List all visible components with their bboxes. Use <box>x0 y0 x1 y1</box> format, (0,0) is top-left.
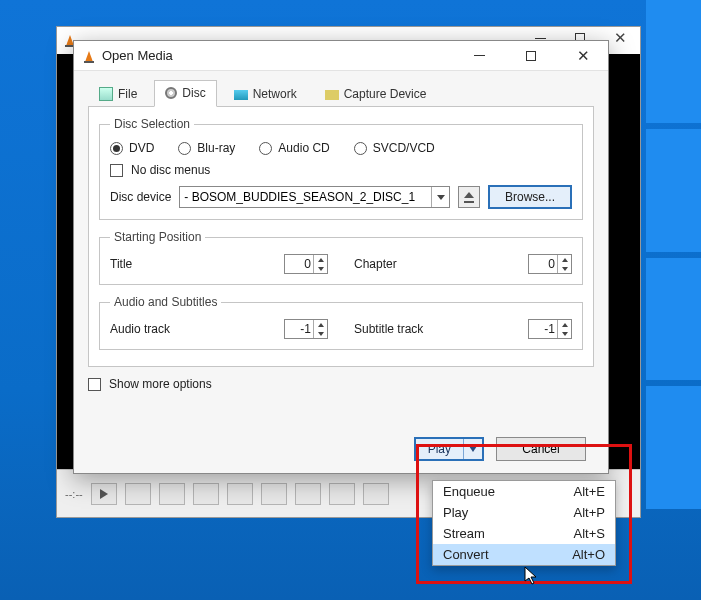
radio-audiocd-label: Audio CD <box>278 141 329 155</box>
audio-track-label: Audio track <box>110 322 230 336</box>
checkbox-show-more-options[interactable] <box>88 378 101 391</box>
shuffle-button[interactable] <box>363 483 389 505</box>
menu-item-shortcut: Alt+O <box>572 547 605 562</box>
playlist-button[interactable] <box>295 483 321 505</box>
play-icon <box>100 489 108 499</box>
radio-svcd-label: SVCD/VCD <box>373 141 435 155</box>
title-spinner[interactable]: 0 <box>284 254 328 274</box>
radio-svcd-vcd[interactable]: SVCD/VCD <box>354 141 435 155</box>
tab-disc[interactable]: Disc <box>154 80 216 107</box>
title-label: Title <box>110 257 230 271</box>
menu-item-label: Convert <box>443 547 489 562</box>
audio-subtitles-group: Audio and Subtitles Audio track -1 Subti… <box>99 295 583 350</box>
cancel-button[interactable]: Cancel <box>496 437 586 461</box>
tab-capture-device[interactable]: Capture Device <box>314 81 438 107</box>
radio-icon <box>178 142 191 155</box>
tab-disc-label: Disc <box>182 86 205 100</box>
starting-position-legend: Starting Position <box>110 230 205 244</box>
disc-selection-legend: Disc Selection <box>110 117 194 131</box>
file-icon <box>99 87 113 101</box>
play-split-button[interactable]: Play <box>414 437 484 461</box>
chapter-label: Chapter <box>354 257 474 271</box>
open-media-dialog: Open Media ✕ File Disc Network Capture D… <box>73 40 609 474</box>
menu-item-label: Enqueue <box>443 484 495 499</box>
menu-item-label: Stream <box>443 526 485 541</box>
capture-device-icon <box>325 90 339 100</box>
radio-bluray-label: Blu-ray <box>197 141 235 155</box>
audio-track-spinner[interactable]: -1 <box>284 319 328 339</box>
radio-icon <box>259 142 272 155</box>
vlc-cone-icon <box>82 49 96 63</box>
dialog-titlebar: Open Media ✕ <box>74 41 608 71</box>
dialog-title: Open Media <box>102 48 173 63</box>
show-more-options-label: Show more options <box>109 377 212 391</box>
tab-network-label: Network <box>253 87 297 101</box>
next-button[interactable] <box>193 483 219 505</box>
stop-button[interactable] <box>159 483 185 505</box>
play-dropdown-menu: Enqueue Alt+E Play Alt+P Stream Alt+S Co… <box>432 480 616 566</box>
ext-settings-button[interactable] <box>261 483 287 505</box>
radio-audio-cd[interactable]: Audio CD <box>259 141 329 155</box>
audio-subtitles-legend: Audio and Subtitles <box>110 295 221 309</box>
no-disc-menus-label: No disc menus <box>131 163 210 177</box>
fullscreen-button[interactable] <box>227 483 253 505</box>
menu-item-label: Play <box>443 505 468 520</box>
menu-item-shortcut: Alt+E <box>574 484 605 499</box>
radio-bluray[interactable]: Blu-ray <box>178 141 235 155</box>
tab-file-label: File <box>118 87 137 101</box>
radio-dvd[interactable]: DVD <box>110 141 154 155</box>
menu-item-shortcut: Alt+P <box>574 505 605 520</box>
checkbox-no-disc-menus[interactable] <box>110 164 123 177</box>
play-button[interactable] <box>91 483 117 505</box>
disc-panel: Disc Selection DVD Blu-ray Audio CD SVCD… <box>88 107 594 367</box>
subtitle-track-label: Subtitle track <box>354 322 474 336</box>
subtitle-track-spinner[interactable]: -1 <box>528 319 572 339</box>
disc-device-value: - BOSOM_BUDDIES_SEASON_2_DISC_1 <box>184 190 415 204</box>
dialog-minimize-button[interactable] <box>462 44 496 68</box>
eject-button[interactable] <box>458 186 480 208</box>
prev-button[interactable] <box>125 483 151 505</box>
chapter-spinner[interactable]: 0 <box>528 254 572 274</box>
disc-icon <box>165 87 177 99</box>
dialog-close-button[interactable]: ✕ <box>566 44 600 68</box>
radio-icon <box>110 142 123 155</box>
disc-device-label: Disc device <box>110 190 171 204</box>
menu-item-convert[interactable]: Convert Alt+O <box>433 544 615 565</box>
elapsed-time: --:-- <box>65 488 83 500</box>
loop-button[interactable] <box>329 483 355 505</box>
menu-item-shortcut: Alt+S <box>574 526 605 541</box>
desktop-light-blocks <box>646 0 701 515</box>
dialog-maximize-button[interactable] <box>514 44 548 68</box>
tab-row: File Disc Network Capture Device <box>74 71 608 106</box>
menu-item-stream[interactable]: Stream Alt+S <box>433 523 615 544</box>
tab-network[interactable]: Network <box>223 81 308 107</box>
menu-item-play[interactable]: Play Alt+P <box>433 502 615 523</box>
radio-dvd-label: DVD <box>129 141 154 155</box>
chevron-down-icon <box>431 187 449 207</box>
disc-selection-group: Disc Selection DVD Blu-ray Audio CD SVCD… <box>99 117 583 220</box>
play-button-label: Play <box>416 439 464 459</box>
chevron-down-icon[interactable] <box>464 439 482 459</box>
menu-item-enqueue[interactable]: Enqueue Alt+E <box>433 481 615 502</box>
browse-button[interactable]: Browse... <box>488 185 572 209</box>
tab-file[interactable]: File <box>88 81 148 107</box>
radio-icon <box>354 142 367 155</box>
tab-capture-label: Capture Device <box>344 87 427 101</box>
disc-device-combo[interactable]: - BOSOM_BUDDIES_SEASON_2_DISC_1 <box>179 186 450 208</box>
network-icon <box>234 90 248 100</box>
starting-position-group: Starting Position Title 0 Chapter 0 <box>99 230 583 285</box>
